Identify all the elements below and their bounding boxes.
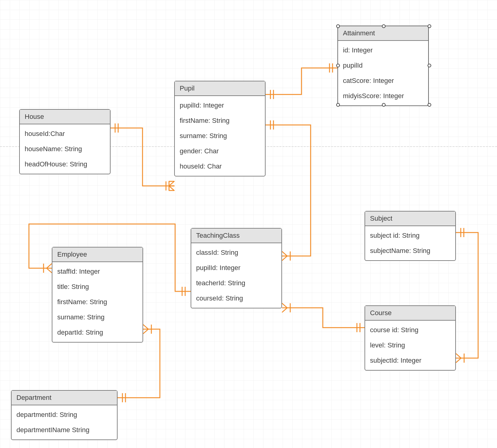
entity-department[interactable]: DepartmentdepartmentId: Stringdepartment… <box>11 390 118 440</box>
entity-attainment[interactable]: Attainmentid: IntegerpupilIdcatScore: In… <box>337 26 429 106</box>
entity-attr: surname: String <box>175 128 265 144</box>
entity-title: Attainment <box>338 26 428 41</box>
entity-attr: teacherId: String <box>191 276 281 291</box>
entity-title: Employee <box>52 247 143 262</box>
entity-subject[interactable]: Subjectsubject id: StringsubjectName: St… <box>365 211 456 261</box>
entity-attrs: id: IntegerpupilIdcatScore: Integermidyi… <box>338 41 428 105</box>
resize-handle-3[interactable] <box>336 64 340 67</box>
entity-attrs: pupilId: IntegerfirstName: Stringsurname… <box>175 96 265 176</box>
entity-attrs: staffId: Integertitle: StringfirstName: … <box>52 262 143 342</box>
entity-teachingclass[interactable]: TeachingClassclassId: StringpupilId: Int… <box>191 228 282 308</box>
resize-handle-4[interactable] <box>428 64 431 67</box>
entity-attr: firstName: String <box>52 294 143 310</box>
entity-title: House <box>20 110 110 124</box>
entity-attr: course id: String <box>365 322 455 338</box>
entity-title: Subject <box>365 212 455 226</box>
entity-attr: catScore: Integer <box>338 73 428 88</box>
entity-title: Pupil <box>175 81 265 96</box>
entity-attrs: subject id: StringsubjectName: String <box>365 226 455 260</box>
entity-attr: houseId:Char <box>20 126 110 141</box>
resize-handle-0[interactable] <box>336 24 340 28</box>
entity-attr: departId: String <box>52 325 143 340</box>
entity-house[interactable]: HousehouseId:CharhouseName: StringheadOf… <box>19 109 111 174</box>
entity-title: TeachingClass <box>191 229 281 243</box>
entity-attrs: departmentId: StringdepartmentIName Stri… <box>12 405 117 439</box>
entity-employee[interactable]: EmployeestaffId: Integertitle: Stringfir… <box>52 247 143 343</box>
entity-attr: level: String <box>365 338 455 353</box>
entity-attr: classId: String <box>191 245 281 260</box>
entity-attr: headOfHouse: String <box>20 157 110 172</box>
entity-attrs: course id: Stringlevel: StringsubjectId:… <box>365 321 455 370</box>
entity-attr: surname: String <box>52 310 143 325</box>
entity-attrs: houseId:CharhouseName: StringheadOfHouse… <box>20 124 110 174</box>
resize-handle-2[interactable] <box>428 24 431 28</box>
entity-attr: title: String <box>52 279 143 294</box>
entity-attr: gender: Char <box>175 144 265 159</box>
entity-attr: subjectId: Integer <box>365 353 455 368</box>
resize-handle-6[interactable] <box>382 103 386 107</box>
entity-attr: houseId: Char <box>175 159 265 174</box>
entity-attr: midyisScore: Integer <box>338 88 428 104</box>
entity-course[interactable]: Coursecourse id: Stringlevel: Stringsubj… <box>365 305 456 371</box>
entity-attr: pupilId: Integer <box>191 260 281 276</box>
entity-title: Department <box>12 391 117 405</box>
entity-title: Course <box>365 306 455 321</box>
entity-attr: pupilId: Integer <box>175 98 265 113</box>
resize-handle-7[interactable] <box>428 103 431 107</box>
entity-attr: staffId: Integer <box>52 264 143 279</box>
entity-pupil[interactable]: PupilpupilId: IntegerfirstName: Stringsu… <box>174 81 266 176</box>
entity-attr: pupilId <box>338 58 428 73</box>
entity-attr: subject id: String <box>365 228 455 243</box>
entity-attr: subjectName: String <box>365 243 455 258</box>
resize-handle-5[interactable] <box>336 103 340 107</box>
entity-attr: firstName: String <box>175 113 265 128</box>
resize-handle-1[interactable] <box>382 24 386 28</box>
entity-attr: departmentId: String <box>12 407 117 422</box>
entity-attr: departmentIName String <box>12 422 117 438</box>
entity-attr: id: Integer <box>338 43 428 58</box>
entity-attr: courseId: String <box>191 291 281 306</box>
entity-attrs: classId: StringpupilId: IntegerteacherId… <box>191 243 281 308</box>
entity-attr: houseName: String <box>20 141 110 157</box>
